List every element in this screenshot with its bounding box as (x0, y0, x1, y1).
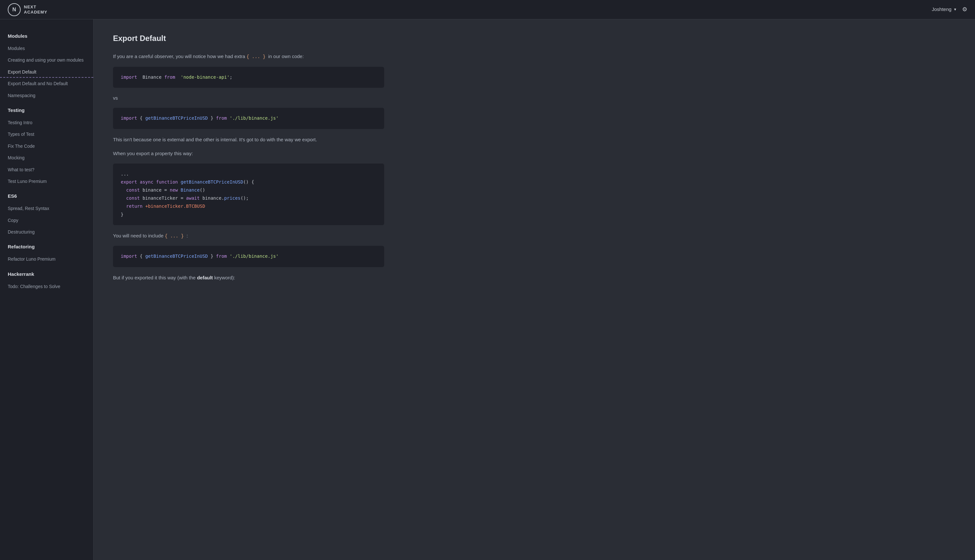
intro-paragraph: If you are a careful observer, you will … (113, 52, 384, 61)
layout: Modules Modules Creating and using your … (0, 19, 975, 300)
code-line: return +binanceTicker.BTCBUSD (121, 202, 376, 210)
code-block-3: ... export async function getBinanceBTCP… (113, 163, 384, 225)
logo-next: NEXT (24, 5, 47, 10)
vs-text: vs (113, 94, 384, 102)
username-label: Joshteng (932, 5, 952, 13)
but-if-text: But if you exported it this way (with th… (113, 275, 196, 280)
code-line: const binanceTicker = await binance.pric… (121, 194, 376, 202)
logo-text: NEXT ACADEMY (24, 5, 47, 15)
header: N NEXT ACADEMY Joshteng ▼ ⚙ (0, 0, 975, 19)
sidebar-section-testing: Testing (0, 101, 93, 117)
sidebar-item-destructuring[interactable]: Destructuring (0, 226, 93, 238)
sidebar-item-testing-intro[interactable]: Testing Intro (0, 117, 93, 128)
sidebar-item-mocking[interactable]: Mocking (0, 152, 93, 163)
gear-icon[interactable]: ⚙ (962, 5, 967, 14)
code-line: import { getBinanceBTCPriceInUSD } from … (121, 252, 376, 260)
sidebar-item-what-to-test[interactable]: What to test? (0, 164, 93, 175)
but-end: keyword): (214, 275, 235, 280)
code-line: ... (121, 170, 376, 178)
sidebar-item-namespacing[interactable]: Namespacing (0, 90, 93, 101)
intro-text: If you are a careful observer, you will … (113, 53, 245, 59)
sidebar-item-test-luno-premium[interactable]: Test Luno Premium (0, 175, 93, 187)
logo-icon: N (8, 3, 21, 16)
logo: N NEXT ACADEMY (8, 3, 47, 16)
sidebar-item-creating-modules[interactable]: Creating and using your own modules (0, 54, 93, 66)
when-export-paragraph: When you export a property this way: (113, 149, 384, 158)
sidebar-section-es6: ES6 (0, 187, 93, 203)
sidebar-item-refactor-luno[interactable]: Refactor Luno Premium (0, 253, 93, 265)
explanation-paragraph: This isn't because one is external and t… (113, 135, 384, 144)
sidebar-item-todo-challenges[interactable]: Todo: Challenges to Solve (0, 281, 93, 292)
code-line: } (121, 211, 376, 219)
code-line: import Binance from 'node-binance-api'; (121, 73, 376, 81)
need-include-text: You will need to include (113, 233, 163, 238)
code-line: export async function getBinanceBTCPrice… (121, 178, 376, 186)
sidebar-item-modules[interactable]: Modules (0, 43, 93, 54)
prose: If you are a careful observer, you will … (113, 52, 384, 282)
sidebar-item-copy[interactable]: Copy (0, 215, 93, 226)
need-include-paragraph: You will need to include { ... } : (113, 232, 384, 240)
intro-code: { ... } (247, 54, 268, 59)
chevron-down-icon: ▼ (953, 7, 957, 13)
intro-end: in our own code: (268, 53, 304, 59)
sidebar-section-modules: Modules (0, 27, 93, 43)
sidebar: Modules Modules Creating and using your … (0, 19, 94, 300)
code-line: const binance = new Binance() (121, 186, 376, 194)
code-block-1: import Binance from 'node-binance-api'; (113, 67, 384, 88)
but-if-paragraph: But if you exported it this way (with th… (113, 273, 384, 282)
sidebar-section-hackerrank: Hackerrank (0, 265, 93, 281)
user-menu[interactable]: Joshteng ▼ (932, 5, 957, 13)
logo-academy: ACADEMY (24, 10, 47, 15)
need-end: : (187, 233, 188, 238)
code-block-4: import { getBinanceBTCPriceInUSD } from … (113, 246, 384, 267)
page-title: Export Default (113, 32, 384, 45)
sidebar-item-export-default-no-default[interactable]: Export Default and No Default (0, 78, 93, 89)
sidebar-item-export-default[interactable]: Export Default (0, 66, 93, 78)
sidebar-item-fix-the-code[interactable]: Fix The Code (0, 140, 93, 152)
header-right: Joshteng ▼ ⚙ (932, 5, 967, 14)
default-keyword: default (197, 275, 213, 280)
code-line: import { getBinanceBTCPriceInUSD } from … (121, 114, 376, 122)
need-code: { ... } (165, 233, 186, 239)
main-content: Export Default If you are a careful obse… (94, 19, 403, 300)
sidebar-item-types-of-test[interactable]: Types of Test (0, 128, 93, 140)
sidebar-item-spread-rest[interactable]: Spread, Rest Syntax (0, 203, 93, 214)
sidebar-section-refactoring: Refactoring (0, 238, 93, 253)
code-block-2: import { getBinanceBTCPriceInUSD } from … (113, 108, 384, 129)
